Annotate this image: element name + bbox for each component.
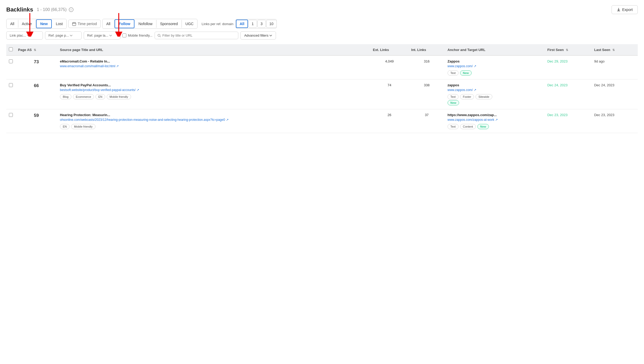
anchor-name: Zappos (448, 59, 542, 63)
source-page-cell: eMacromall.Com - Reliable In... www.emac… (57, 55, 370, 79)
calendar-icon (72, 22, 76, 26)
col-ext-links: Ext. Links (370, 44, 409, 55)
anchor-name: zappos (448, 83, 542, 87)
link-placement-dropdown[interactable]: Link plac... (6, 31, 43, 39)
select-all-checkbox[interactable] (9, 47, 13, 51)
row-checkbox-cell[interactable] (6, 109, 15, 133)
info-icon[interactable]: i (69, 7, 74, 12)
chevron-down-icon (27, 35, 30, 36)
tag-en: EN (60, 124, 70, 129)
page-as-score: 66 (15, 79, 57, 109)
anchor-tags: Text New (448, 70, 542, 76)
export-icon (617, 8, 621, 12)
follow-filter-sponsored[interactable]: Sponsored (156, 20, 182, 28)
top-filter-bar: All Active New Lost Time period All Foll… (6, 19, 638, 29)
tag-new: New (448, 100, 459, 105)
anchor-url-link[interactable]: www.zappos.com/ ↗ (448, 64, 476, 68)
follow-filter-group: All Follow Nofollow Sponsored UGC (102, 19, 197, 29)
svg-rect-0 (72, 22, 76, 26)
tag-sitewide: Sitewide (476, 94, 492, 99)
search-box[interactable] (155, 32, 238, 39)
last-seen-cell: 9d ago (591, 55, 638, 79)
anchor-target-cell: Zappos www.zappos.com/ ↗ Text New (445, 55, 545, 79)
filter-new[interactable]: New (36, 19, 52, 28)
table-row: 59 Hearing Protection: Measurin... ohson… (6, 109, 638, 133)
anchor-url-link[interactable]: www.zappos.com/zappos-at-work ↗ (448, 118, 498, 122)
row-checkbox-cell[interactable] (6, 79, 15, 109)
page-title: Backlinks (6, 6, 33, 13)
source-title: eMacromall.Com - Reliable In... (60, 59, 368, 63)
chevron-down-icon-2 (70, 35, 72, 36)
tag-en: EN (95, 94, 105, 99)
links-per-domain-label: Links per ref. domain (202, 22, 233, 26)
lpd-filter-all[interactable]: All (236, 20, 248, 28)
mobile-friendly-checkbox[interactable] (122, 33, 126, 37)
export-button[interactable]: Export (612, 5, 638, 14)
backlinks-table: Page AS ⇅ Source page Title and URL Ext.… (6, 44, 638, 133)
source-page-cell: Hearing Protection: Measurin... ohsonlin… (57, 109, 370, 133)
anchor-url-link[interactable]: www.zappos.com/ ↗ (448, 88, 476, 92)
search-input[interactable] (162, 33, 235, 37)
row-checkbox-cell[interactable] (6, 55, 15, 79)
row-checkbox[interactable] (9, 113, 13, 117)
sort-icon-last-seen: ⇅ (612, 48, 615, 52)
lpd-filter-10[interactable]: 10 (266, 20, 277, 28)
ext-links-cell: 74 (370, 79, 409, 109)
first-seen-cell: Dec 24, 2023 (545, 79, 591, 109)
last-seen-date: 9d ago (594, 59, 605, 63)
first-seen-date: Dec 23, 2023 (547, 113, 567, 117)
ext-links-cell: 4,049 (370, 55, 409, 79)
source-url-link[interactable]: bestsoft.website/product/buy-verified-pa… (60, 88, 139, 92)
page-as-score: 59 (15, 109, 57, 133)
follow-filter-ugc[interactable]: UGC (182, 20, 197, 28)
last-seen-cell: Dec 23, 2023 (591, 109, 638, 133)
anchor-target-cell: https://www.zappos.com/zap... www.zappos… (445, 109, 545, 133)
bottom-filter-bar: Link plac... Ref. page p... Ref. page la… (6, 31, 638, 39)
last-seen-cell: Dec 24, 2023 (591, 79, 638, 109)
first-seen-cell: Dec 23, 2023 (545, 109, 591, 133)
chevron-down-icon-3 (109, 35, 112, 36)
last-seen-date: Dec 23, 2023 (594, 113, 614, 117)
tag-mobile-friendly: Mobile friendly (107, 94, 131, 99)
col-page-as[interactable]: Page AS ⇅ (15, 44, 57, 55)
row-checkbox[interactable] (9, 59, 13, 63)
anchor-name: https://www.zappos.com/zap... (448, 113, 542, 117)
advanced-filters-button[interactable]: Advanced filters (240, 31, 276, 39)
time-period-button[interactable]: Time period (68, 20, 101, 28)
col-source-page: Source page Title and URL (57, 44, 370, 55)
first-seen-cell: Dec 29, 2023 (545, 55, 591, 79)
sort-icon-page-as: ⇅ (34, 48, 36, 52)
col-anchor-url: Anchor and Target URL (445, 44, 545, 55)
filter-active[interactable]: Active (18, 20, 36, 28)
row-checkbox[interactable] (9, 83, 13, 87)
select-all-header[interactable] (6, 44, 15, 55)
last-seen-date: Dec 24, 2023 (594, 83, 614, 87)
source-tags: EN Mobile friendly (60, 123, 368, 129)
ref-page-performance-dropdown[interactable]: Ref. page p... (45, 31, 82, 39)
tag-text: Text (448, 94, 459, 99)
page-as-score: 73 (15, 55, 57, 79)
follow-filter-all[interactable]: All (103, 20, 114, 28)
filter-lost[interactable]: Lost (52, 20, 66, 28)
table-header-row: Page AS ⇅ Source page Title and URL Ext.… (6, 44, 638, 55)
table-row: 73 eMacromall.Com - Reliable In... www.e… (6, 55, 638, 79)
tag-new: New (460, 70, 472, 76)
ref-page-language-dropdown[interactable]: Ref. page la... (84, 31, 120, 39)
source-title: Hearing Protection: Measurin... (60, 113, 368, 117)
col-last-seen[interactable]: Last Seen ⇅ (591, 44, 638, 55)
follow-filter-nofollow[interactable]: Nofollow (135, 20, 156, 28)
source-url-link[interactable]: www.emacromall.com/mall/mall-list.html ↗ (60, 64, 119, 68)
col-int-links: Int. Links (409, 44, 445, 55)
first-seen-date: Dec 29, 2023 (547, 59, 567, 63)
follow-filter-follow[interactable]: Follow (115, 19, 134, 28)
tag-text: Text (448, 70, 459, 76)
source-url-link[interactable]: ohsonline.com/webcasts/2023/12/hearing-p… (60, 118, 229, 122)
table-row: 66 Buy Verified PayPal Accounts... bests… (6, 79, 638, 109)
bottom-filter-wrapper: Link plac... Ref. page p... Ref. page la… (6, 31, 638, 39)
lpd-filter-3[interactable]: 3 (257, 20, 266, 28)
col-first-seen[interactable]: First Seen ⇅ (545, 44, 591, 55)
first-seen-date: Dec 24, 2023 (547, 83, 567, 87)
lpd-filter-1[interactable]: 1 (248, 20, 257, 28)
filter-all[interactable]: All (7, 20, 18, 28)
mobile-friendly-filter[interactable]: Mobile friendly... (122, 33, 152, 37)
